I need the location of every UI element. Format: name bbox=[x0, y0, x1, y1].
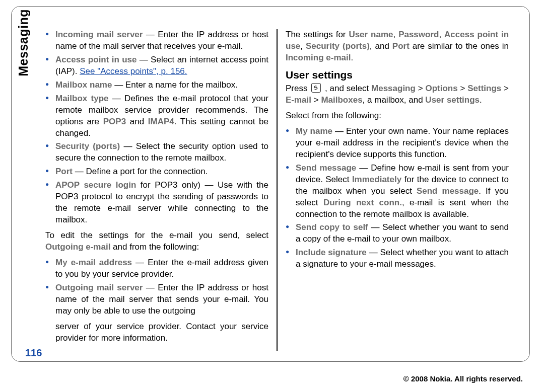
list-item: Mailbox type — Defines the e-mail protoc… bbox=[45, 93, 268, 139]
list-item: My name — Enter your own name. Your name… bbox=[286, 126, 509, 161]
setting-label: APOP secure login bbox=[55, 180, 136, 190]
cross-ref-link[interactable]: See "Access points", p. 156. bbox=[80, 66, 187, 76]
setting-label: My name bbox=[296, 126, 332, 136]
select-from: Select from the following: bbox=[286, 110, 509, 122]
list-item: My e-mail address — Enter the e-mail add… bbox=[45, 257, 268, 280]
list-item: Send copy to self — Select whether you w… bbox=[286, 222, 509, 245]
setting-label: Security (ports) bbox=[55, 141, 120, 151]
setting-label: Mailbox type bbox=[55, 94, 109, 103]
list-item: APOP secure login for POP3 only) — Use w… bbox=[45, 180, 268, 226]
list-item: Mailbox name — Enter a name for the mail… bbox=[45, 80, 268, 91]
setting-label: Port bbox=[55, 167, 73, 176]
menu-key-icon bbox=[311, 83, 321, 93]
page-content: Incoming mail server — Enter the IP addr… bbox=[45, 29, 509, 351]
list-item: Send message — Define how e-mail is sent… bbox=[286, 163, 509, 220]
setting-text: — Enter a name for the mailbox. bbox=[112, 80, 237, 90]
setting-label: Include signature bbox=[296, 248, 367, 257]
carry-over: server of your service provider. Contact… bbox=[45, 321, 268, 344]
subheading-user-settings: User settings bbox=[286, 68, 509, 82]
settings-list-2: My e-mail address — Enter the e-mail add… bbox=[45, 257, 268, 317]
list-item: Outgoing mail server — Enter the IP addr… bbox=[45, 282, 268, 317]
copyright: © 2008 Nokia. All rights reserved. bbox=[403, 374, 523, 383]
settings-list-1: Incoming mail server — Enter the IP addr… bbox=[45, 29, 268, 226]
setting-label: Access point in use bbox=[55, 55, 137, 64]
page-number: 116 bbox=[25, 347, 42, 359]
setting-label: Incoming mail server bbox=[55, 30, 143, 39]
list-item: Include signature — Select whether you w… bbox=[286, 247, 509, 270]
setting-label: Send copy to self bbox=[296, 222, 368, 232]
section-tab: Messaging bbox=[16, 9, 33, 76]
setting-label: Send message bbox=[296, 163, 356, 173]
user-settings-list: My name — Enter your own name. Your name… bbox=[286, 126, 509, 270]
similar-settings-para: The settings for User name, Password, Ac… bbox=[286, 29, 509, 64]
list-item: Port — Define a port for the connection. bbox=[45, 166, 268, 178]
setting-label: Mailbox name bbox=[55, 80, 112, 90]
list-item: Security (ports) — Select the security o… bbox=[45, 141, 268, 164]
list-item: Access point in use — Select an internet… bbox=[45, 54, 268, 77]
list-item: Incoming mail server — Enter the IP addr… bbox=[45, 29, 268, 52]
outgoing-para: To edit the settings for the e-mail you … bbox=[45, 230, 268, 253]
setting-label: Outgoing mail server bbox=[55, 283, 143, 292]
setting-label: My e-mail address bbox=[55, 258, 132, 267]
press-select-para: Press , and select Messaging > Options >… bbox=[286, 83, 509, 106]
